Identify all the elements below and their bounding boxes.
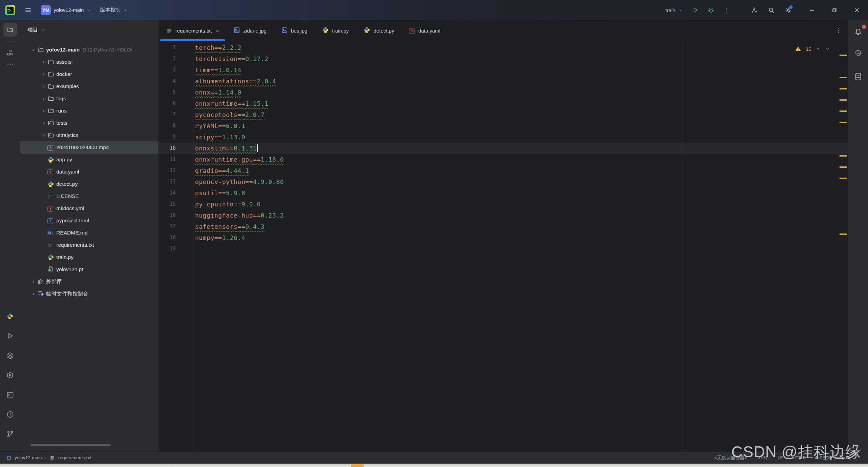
code-line-15[interactable]: 15py-cpuinfo==9.0.0 [159,199,848,210]
tree-chevron-icon[interactable] [39,72,47,77]
code-line-1[interactable]: 1torch==2.2.2 [159,42,848,53]
code-line-10[interactable]: 10onnxslim==0.1.31 [159,143,848,154]
error-stripe-warning-mark[interactable] [840,122,847,123]
tree-item-20241002024400.mp4[interactable]: ?20241002024400.mp4 [20,141,158,154]
search-everywhere-button[interactable] [768,6,775,14]
code-line-9[interactable]: 9scipy==1.13.0 [159,131,848,143]
tree-item-yolov12n.pt[interactable]: Cyolov12n.pt [20,263,158,276]
code-line-19[interactable]: 19 [159,243,848,255]
tree-item-ultralytics[interactable]: ultralytics [20,129,158,141]
tree-item-mkdocs.yml[interactable]: Ymkdocs.yml [20,202,158,215]
error-stripe-warning-mark[interactable] [840,234,847,235]
tree-item-logs[interactable]: logs [20,93,158,105]
tree-item-train.py[interactable]: train.py [20,251,158,263]
tree-chevron-icon[interactable] [39,133,47,138]
code-line-6[interactable]: 6onnxruntime==1.15.1 [159,98,848,109]
code-line-4[interactable]: 4albumentations==2.0.4 [159,76,848,87]
previous-warning-icon[interactable] [815,46,821,52]
run-anything-icon[interactable] [3,370,17,380]
tree-chevron-icon[interactable] [39,60,47,65]
status-file-name[interactable]: requirements.txt [58,455,91,460]
code-line-8[interactable]: 8PyYAML==6.0.1 [159,120,848,131]
settings-button[interactable] [785,6,792,14]
error-stripe-warning-mark[interactable] [840,178,847,179]
tree-chevron-icon[interactable] [29,47,37,53]
tab-requirements.txt[interactable]: requirements.txt× [159,20,226,41]
version-control-icon[interactable] [3,429,17,439]
tab-data.yaml[interactable]: Ydata.yaml [402,20,448,41]
tree-item-assets[interactable]: assets [20,56,158,68]
tree-item-临时文件和控制台[interactable]: 临时文件和控制台 [20,288,158,300]
error-stripe-warning-mark[interactable] [840,55,847,56]
tree-item-examples[interactable]: examples [20,80,158,93]
tab-options-icon[interactable] [835,20,842,41]
tab-bus.jpg[interactable]: bus.jpg [274,20,315,41]
error-stripe-warning-mark[interactable] [840,166,847,168]
structure-icon[interactable] [3,46,17,59]
editor-pane[interactable]: 1torch==2.2.22torchvision==0.17.23timm==… [159,41,848,451]
database-icon[interactable] [851,70,865,83]
more-actions-button[interactable] [723,7,730,14]
tree-horizontal-scrollbar[interactable] [31,444,111,446]
error-stripe-warning-mark[interactable] [840,77,847,78]
tree-item-tests[interactable]: tests [20,117,158,129]
tree-item-docker[interactable]: docker [20,68,158,80]
python-packages-icon[interactable] [3,311,17,321]
code-line-14[interactable]: 14psutil==5.9.8 [159,187,848,199]
tree-item-外部库[interactable]: 外部库 [20,276,158,288]
maximize-button[interactable] [823,0,846,20]
tree-chevron-icon[interactable] [39,96,47,101]
error-stripe-warning-mark[interactable] [840,155,847,157]
code-line-3[interactable]: 3timm==1.0.14 [159,64,848,76]
tree-chevron-icon[interactable] [29,291,37,297]
tree-item-app.py[interactable]: app.py [20,154,158,166]
next-warning-icon[interactable] [825,46,830,52]
code-line-16[interactable]: 16huggingface-hub==0.23.2 [159,210,848,221]
tab-zidane.jpg[interactable]: zidane.jpg [226,20,274,41]
close-button[interactable] [846,0,868,20]
tree-chevron-icon[interactable] [39,121,47,126]
code-line-2[interactable]: 2torchvision==0.17.2 [159,53,848,64]
error-stripe-warning-mark[interactable] [840,99,847,101]
main-menu-button[interactable] [24,6,32,14]
project-folder-icon[interactable] [3,23,17,37]
tree-item-pyproject.toml[interactable]: Tpyproject.toml [20,215,158,227]
code-line-13[interactable]: 13opencv-python==4.9.0.80 [159,176,848,187]
code-line-12[interactable]: 12gradio==4.44.1 [159,165,848,176]
code-line-18[interactable]: 18numpy==1.26.4 [159,232,848,243]
code-line-17[interactable]: 17safetensors==0.4.3 [159,221,848,232]
tab-close-icon[interactable]: × [216,28,219,34]
tree-item-data.yaml[interactable]: Ydata.yaml [20,166,158,178]
error-stripe-warning-mark[interactable] [840,110,847,112]
vcs-menu[interactable]: 版本控制 [100,7,128,13]
inspections-widget[interactable]: 10 [795,45,830,52]
error-stripe-warning-mark[interactable] [840,88,847,89]
code-line-5[interactable]: 5onnx==1.14.0 [159,87,848,98]
run-tool-icon[interactable] [3,331,17,341]
tree-chevron-icon[interactable] [39,84,47,89]
tree-item-README.md[interactable]: M↓README.md [20,227,158,239]
tree-chevron-icon[interactable] [39,108,47,114]
run-button[interactable] [692,6,699,14]
project-switcher[interactable]: YM yolov12-main [41,5,91,15]
services-icon[interactable] [3,351,17,360]
ai-assistant-icon[interactable] [851,48,865,60]
tree-item-requirements.txt[interactable]: requirements.txt [20,239,158,251]
code-line-7[interactable]: 7pycocotools==2.0.7 [159,109,848,120]
tree-item-detect.py[interactable]: detect.py [20,178,158,190]
debug-button[interactable] [707,6,715,14]
tree-item-LICENSE[interactable]: LICENSE [20,190,158,202]
more-tool-windows-icon[interactable] [3,59,17,71]
tree-chevron-icon[interactable] [29,279,37,284]
code-with-me-button[interactable] [751,6,758,14]
code-line-11[interactable]: 11onnxruntime-gpu==1.18.0 [159,154,848,165]
project-panel-header[interactable]: 项目 [20,20,45,39]
tab-train.py[interactable]: train.py [315,20,356,41]
tree-item-yolov12-main[interactable]: yolov12-mainD:\2-Python\1-YOLO\ [20,44,158,56]
run-config-selector[interactable]: train [666,7,683,13]
minimize-button[interactable] [801,0,823,20]
notifications-button[interactable] [851,26,865,38]
status-project-name[interactable]: yolov12-main [15,455,42,460]
terminal-icon[interactable] [3,390,17,400]
tree-item-runs[interactable]: runs [20,105,158,117]
